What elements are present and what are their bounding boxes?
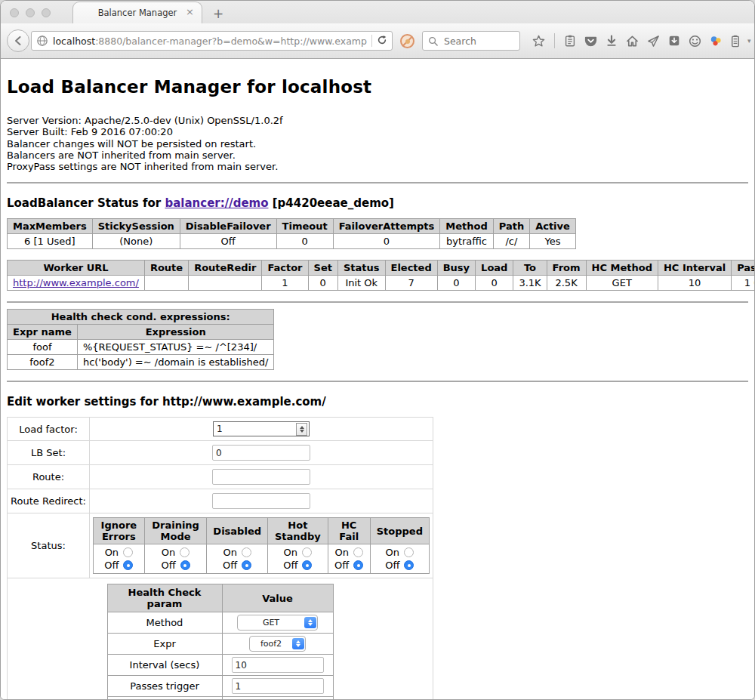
number-stepper-icon[interactable] [296, 423, 307, 436]
column-header: Active [530, 219, 576, 234]
tab-title: Balancer Manager [98, 8, 177, 18]
form-row-lb-set: LB Set: [8, 441, 433, 465]
cell: 0 [333, 234, 440, 249]
table-header-row: Health Check param Value [107, 584, 333, 612]
back-button[interactable] [7, 29, 29, 52]
send-icon[interactable] [646, 34, 661, 48]
radio-hc-fail-off[interactable] [353, 560, 363, 570]
form-row-status: Status: Ignore Errors Draining Mode Disa… [8, 513, 433, 578]
column-header: FailoverAttempts [333, 219, 440, 234]
tab-balancer-manager[interactable]: Balancer Manager × [72, 2, 202, 23]
smiley-icon[interactable] [688, 34, 702, 48]
cell: /c/ [493, 234, 529, 249]
cell: hc('body') =~ /domain is established/ [77, 355, 274, 370]
table-title: Health check cond. expressions: [8, 310, 274, 325]
column-header: Ignore Errors [94, 518, 145, 544]
radio-ignore-errors-on[interactable] [123, 547, 133, 557]
column-header: Timeout [276, 219, 333, 234]
cell: 0 [308, 276, 337, 291]
radio-label: Off [223, 560, 237, 571]
table-row: foof %{REQUEST_STATUS} =~ /^[234]/ [8, 340, 274, 355]
column-header: Status [337, 261, 385, 276]
column-header: Disabled [207, 518, 268, 544]
column-header: Path [493, 219, 529, 234]
bookmark-star-icon[interactable] [532, 34, 546, 48]
globe-icon [36, 35, 48, 47]
radio-disabled-on[interactable] [242, 547, 251, 557]
radio-hot-standby-on[interactable] [302, 547, 312, 557]
expr-select[interactable]: foof2 [249, 636, 306, 652]
cell: 1 (0) [732, 276, 754, 291]
window-minimize-button[interactable] [26, 8, 35, 17]
column-header: Worker URL [8, 261, 145, 276]
tab-close-icon[interactable]: × [186, 6, 194, 17]
persist-note: Balancer changes will NOT be persisted o… [7, 138, 748, 150]
url-path: :8880/balancer-manager?b=demo&w=http://w… [95, 35, 367, 47]
cell: 0 [476, 276, 513, 291]
page-title: Load Balancer Manager for localhost [7, 77, 748, 97]
column-header: From [547, 261, 586, 276]
status-cell-hc-fail: On Off [328, 544, 370, 574]
worker-settings-form: Load factor: 1 LB Set: Route: Route Redi… [7, 417, 433, 700]
reload-icon[interactable] [377, 35, 387, 48]
radio-disabled-off[interactable] [242, 560, 251, 570]
dropdown-caret-icon[interactable]: ▾ [747, 37, 751, 45]
expr-label: Expr [107, 634, 222, 655]
home-icon[interactable] [625, 34, 639, 48]
window-zoom-button[interactable] [42, 8, 51, 17]
form-row-route-redirect: Route Redirect: [8, 489, 433, 513]
radio-stopped-on[interactable] [404, 547, 414, 557]
pocket-icon[interactable] [584, 34, 598, 48]
column-header: Passes [732, 261, 754, 276]
search-input[interactable] [442, 35, 513, 48]
route-redirect-label: Route Redirect: [8, 489, 90, 513]
window-close-button[interactable] [10, 8, 19, 17]
passes-input[interactable] [232, 678, 324, 694]
colored-dots-icon[interactable] [709, 34, 723, 48]
navigation-toolbar: localhost:8880/balancer-manager?b=demo&w… [1, 23, 754, 59]
radio-hc-fail-on[interactable] [353, 547, 363, 557]
column-header: To [513, 261, 547, 276]
balancer-link[interactable]: balancer://demo [165, 196, 268, 210]
heading-suffix: [p4420eeae_demo] [269, 196, 394, 210]
cell: 2.5K [547, 276, 586, 291]
worker-status-table: Worker URL Route RouteRedir Factor Set S… [7, 260, 754, 291]
table-row: Expr foof2 [107, 634, 333, 655]
radio-draining-mode-on[interactable] [180, 547, 190, 557]
window-controls [10, 8, 51, 17]
load-factor-input[interactable]: 1 [213, 421, 310, 436]
save-page-icon[interactable] [667, 34, 681, 48]
battery-icon[interactable] [730, 34, 741, 48]
server-built: Server Built: Feb 9 2016 07:00:20 [7, 126, 748, 137]
expr-selected-value: foof2 [256, 639, 286, 649]
route-redirect-input[interactable] [212, 493, 310, 509]
loadbalancer-status-heading: LoadBalancer Status for balancer://demo … [7, 196, 748, 210]
search-bar[interactable] [422, 31, 520, 51]
worker-url-link[interactable]: http://www.example.com/ [13, 277, 139, 288]
url-bar[interactable]: localhost:8880/balancer-manager?b=demo&w… [31, 31, 393, 51]
route-input[interactable] [212, 469, 310, 485]
divider [7, 301, 748, 303]
balancer-status-table: MaxMembers StickySession DisableFailover… [7, 218, 576, 249]
form-row-route: Route: [8, 465, 433, 489]
lb-set-input[interactable] [212, 445, 310, 461]
interval-input[interactable] [232, 657, 324, 673]
download-icon[interactable] [605, 34, 618, 48]
method-label: Method [107, 612, 222, 634]
cell: bytraffic [440, 234, 493, 249]
blocked-extension-icon[interactable] [400, 34, 414, 48]
radio-ignore-errors-off[interactable] [123, 560, 133, 570]
clipboard-icon[interactable] [563, 34, 577, 48]
address-input[interactable]: localhost:8880/balancer-manager?b=demo&w… [53, 35, 367, 47]
radio-draining-mode-off[interactable] [180, 560, 190, 570]
radio-stopped-off[interactable] [404, 560, 414, 570]
radio-label: Off [283, 560, 297, 571]
new-tab-button[interactable]: + [213, 6, 223, 21]
route-label: Route: [8, 465, 90, 489]
radio-hot-standby-off[interactable] [302, 560, 312, 570]
radio-label: On [105, 547, 119, 558]
method-select[interactable]: GET [237, 615, 318, 631]
table-row: Interval (secs) [107, 655, 333, 676]
cell: 3.1K [513, 276, 547, 291]
table-row: Passes trigger [107, 676, 333, 697]
